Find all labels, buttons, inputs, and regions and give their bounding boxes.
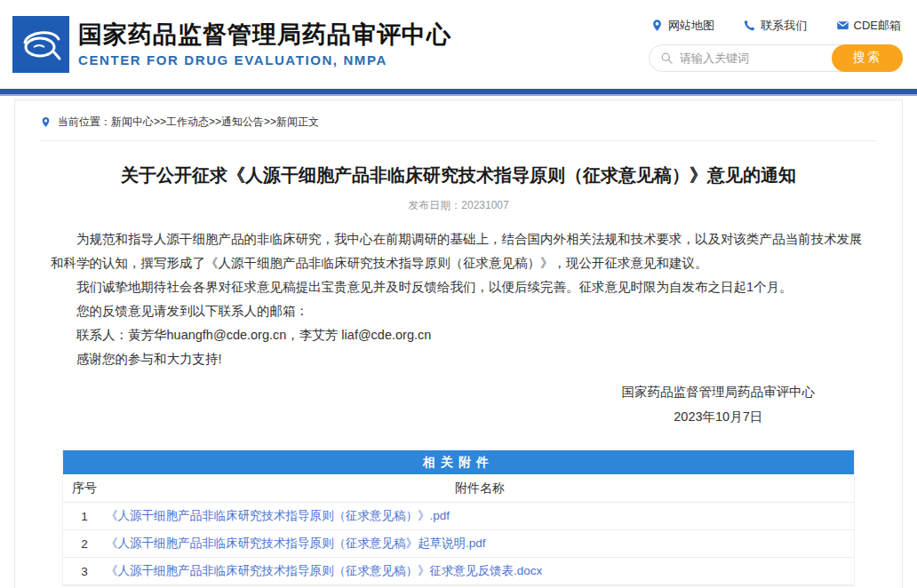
- brand-text: 国家药品监督管理局药品审评中心 CENTER FOR DRUG EVALUATI…: [78, 21, 451, 68]
- article-body: 为规范和指导人源干细胞产品的非临床研究，我中心在前期调研的基础上，结合国内外相关…: [51, 227, 866, 371]
- column-header-no: 序号: [63, 481, 106, 497]
- table-row: 2 《人源干细胞产品非临床研究技术指导原则（征求意见稿》起草说明.pdf: [63, 530, 854, 558]
- cde-mail-link-label: CDE邮箱: [854, 18, 901, 34]
- paragraph: 感谢您的参与和大力支持!: [51, 347, 866, 371]
- signature-org: 国家药品监督管理局药品审评中心: [622, 380, 816, 404]
- attachment-number: 3: [63, 565, 106, 578]
- attachment-number: 2: [63, 537, 106, 551]
- paragraph: 您的反馈意见请发到以下联系人的邮箱：: [51, 299, 866, 323]
- sitemap-link[interactable]: 网站地图: [650, 18, 714, 34]
- site-title-cn: 国家药品监督管理局药品审评中心: [78, 21, 451, 49]
- site-brand: 国家药品监督管理局药品审评中心 CENTER FOR DRUG EVALUATI…: [12, 16, 451, 73]
- attachments-title: 相关附件: [63, 450, 854, 474]
- contact-link-label: 联系我们: [761, 18, 807, 34]
- paragraph: 为规范和指导人源干细胞产品的非临床研究，我中心在前期调研的基础上，结合国内外相关…: [51, 227, 866, 275]
- attachments-table: 相关附件 序号 附件名称 1 《人源干细胞产品非临床研究技术指导原则（征求意见稿…: [62, 450, 855, 586]
- attachment-link-pdf[interactable]: 《人源干细胞产品非临床研究技术指导原则（征求意见稿》起草说明.pdf: [106, 536, 486, 550]
- table-row: 1 《人源干细胞产品非临床研究技术指导原则（征求意见稿）》.pdf: [63, 503, 854, 530]
- header-divider-bar: [0, 89, 917, 96]
- content-container: 当前位置：新闻中心>>工作动态>>通知公告>>新闻正文 关于公开征求《人源干细胞…: [14, 99, 903, 588]
- mail-icon: [836, 19, 849, 32]
- location-pin-icon: [650, 19, 664, 32]
- sitemap-link-label: 网站地图: [668, 18, 714, 34]
- publish-date: 发布日期：20231007: [51, 198, 866, 213]
- attachment-number: 1: [63, 510, 106, 523]
- quick-links: 网站地图 联系我们 CDE邮箱: [649, 18, 903, 34]
- breadcrumb-pin-icon: [40, 115, 52, 129]
- site-header: 国家药品监督管理局药品审评中心 CENTER FOR DRUG EVALUATI…: [0, 0, 917, 89]
- signature-block: 国家药品监督管理局药品审评中心 2023年10月7日: [51, 380, 866, 429]
- signature-date: 2023年10月7日: [622, 405, 816, 429]
- search-icon: [660, 52, 674, 65]
- attachment-link-docx[interactable]: 《人源干细胞产品非临床研究技术指导原则（征求意见稿）》征求意见反馈表.docx: [106, 564, 542, 577]
- column-header-name: 附件名称: [106, 481, 854, 497]
- paragraph: 我们诚挚地期待社会各界对征求意见稿提出宝贵意见并及时反馈给我们，以便后续完善。征…: [51, 275, 866, 299]
- site-title-en: CENTER FOR DRUG EVALUATION, NMPA: [78, 52, 451, 68]
- cde-logo-icon: [18, 21, 64, 68]
- cde-logo: [12, 16, 69, 73]
- table-row: 3 《人源干细胞产品非临床研究技术指导原则（征求意见稿）》征求意见反馈表.doc…: [63, 558, 854, 585]
- contact-link[interactable]: 联系我们: [743, 18, 807, 34]
- breadcrumb-divider: [40, 140, 877, 141]
- phone-icon: [743, 19, 756, 32]
- search-bar: 搜索: [649, 44, 903, 72]
- article-title: 关于公开征求《人源干细胞产品非临床研究技术指导原则（征求意见稿）》意见的通知: [51, 163, 866, 187]
- attachments-header-row: 序号 附件名称: [63, 474, 854, 503]
- search-button[interactable]: 搜索: [832, 44, 903, 72]
- attachment-link-pdf[interactable]: 《人源干细胞产品非临床研究技术指导原则（征求意见稿）》.pdf: [106, 509, 450, 522]
- paragraph-contacts: 联系人：黄芳华huangfh@cde.org.cn，李艾芳 liaf@cde.o…: [51, 323, 866, 347]
- article: 关于公开征求《人源干细胞产品非临床研究技术指导原则（征求意见稿）》意见的通知 发…: [15, 163, 902, 586]
- breadcrumb-text: 当前位置：新闻中心>>工作动态>>通知公告>>新闻正文: [58, 115, 319, 130]
- breadcrumb: 当前位置：新闻中心>>工作动态>>通知公告>>新闻正文: [15, 100, 902, 140]
- cde-mail-link[interactable]: CDE邮箱: [836, 18, 901, 34]
- header-right: 网站地图 联系我们 CDE邮箱 搜索: [649, 18, 903, 72]
